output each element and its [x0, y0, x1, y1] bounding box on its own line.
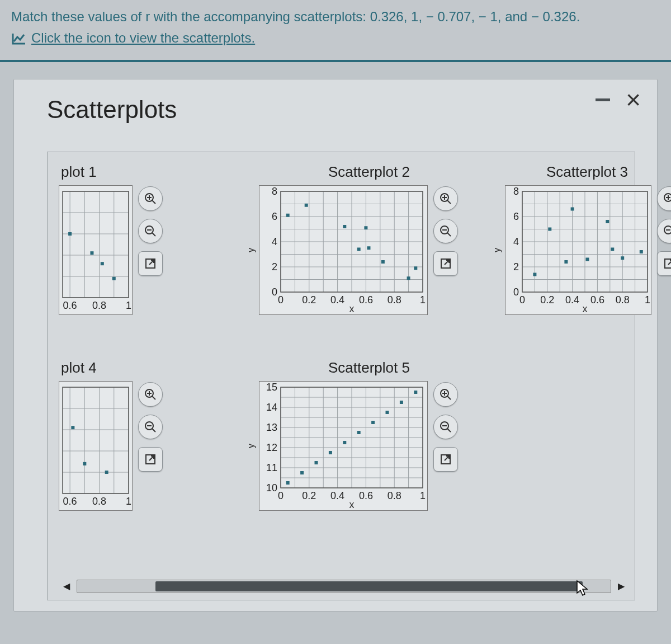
scroll-right-arrow[interactable]: ▶	[613, 579, 629, 594]
plot-1-chart: 0.60.81	[59, 185, 133, 315]
zoom-out-button[interactable]	[138, 415, 163, 439]
svg-line-151	[152, 429, 155, 432]
svg-line-25	[152, 233, 155, 236]
zoom-in-button[interactable]	[138, 382, 163, 407]
zoom-in-button[interactable]	[433, 186, 458, 211]
chart-line-icon	[11, 32, 27, 45]
zoom-in-button[interactable]	[657, 186, 671, 211]
plot-2-title: Scatterplot 2	[249, 163, 489, 181]
scatterplots-modal: Scatterplots × plot 1 0.60.81	[13, 79, 658, 612]
view-scatterplots-label: Click the icon to view the scatterplots.	[31, 29, 255, 47]
svg-rect-114	[571, 207, 574, 210]
svg-rect-118	[621, 256, 624, 260]
svg-rect-139	[63, 387, 129, 493]
svg-rect-16	[68, 232, 72, 236]
plot-4-title: plot 4	[59, 359, 243, 377]
popout-button[interactable]	[138, 447, 163, 472]
svg-text:0.4: 0.4	[330, 490, 344, 501]
svg-text:0: 0	[519, 294, 525, 305]
svg-rect-195	[357, 431, 361, 434]
popout-button[interactable]	[657, 251, 671, 276]
svg-text:6: 6	[272, 211, 277, 222]
svg-rect-197	[386, 411, 389, 414]
svg-text:4: 4	[513, 236, 519, 247]
zoom-out-button[interactable]	[657, 219, 671, 243]
svg-rect-19	[112, 277, 116, 280]
svg-rect-145	[105, 471, 108, 474]
svg-rect-144	[83, 462, 86, 466]
svg-rect-61	[286, 214, 290, 217]
svg-text:14: 14	[266, 402, 277, 413]
zoom-out-button[interactable]	[433, 415, 458, 439]
svg-text:0.2: 0.2	[540, 294, 554, 305]
plot-2-ylabel: y	[249, 247, 256, 252]
minimize-button[interactable]	[596, 98, 610, 101]
svg-rect-18	[101, 262, 104, 265]
plot-4-cell: plot 4 0.60.81	[59, 359, 243, 555]
svg-text:13: 13	[266, 422, 277, 433]
view-scatterplots-link[interactable]: Click the icon to view the scatterplots.	[11, 29, 255, 47]
svg-rect-198	[400, 401, 403, 404]
svg-rect-111	[533, 272, 536, 276]
svg-rect-62	[305, 204, 308, 207]
svg-text:0.6: 0.6	[359, 294, 373, 305]
svg-text:2: 2	[513, 261, 519, 272]
svg-rect-192	[315, 461, 318, 464]
svg-text:x: x	[583, 303, 588, 314]
plot-5-chart: 00.20.40.60.81101112131415x	[259, 381, 428, 511]
svg-rect-194	[343, 441, 346, 444]
svg-text:0.6: 0.6	[359, 490, 373, 501]
scroll-thumb[interactable]	[155, 581, 583, 591]
svg-text:0: 0	[513, 286, 519, 298]
svg-rect-199	[414, 391, 417, 394]
svg-rect-196	[371, 421, 375, 424]
svg-rect-63	[343, 225, 346, 228]
svg-text:0.8: 0.8	[616, 294, 630, 305]
svg-rect-17	[90, 251, 93, 255]
popout-button[interactable]	[433, 251, 458, 276]
svg-text:4: 4	[272, 236, 277, 247]
plot-3-chart: 00.20.40.60.8102468x	[505, 185, 651, 315]
svg-rect-115	[585, 257, 589, 261]
zoom-out-button[interactable]	[433, 219, 458, 243]
svg-text:15: 15	[266, 382, 277, 393]
plot-5-ylabel: y	[249, 443, 256, 448]
plot-2-cell: Scatterplot 2 y 00.20.40.60.8102468x	[249, 163, 489, 359]
horizontal-scrollbar[interactable]: ◀ ▶	[59, 579, 629, 594]
svg-text:1: 1	[126, 300, 131, 311]
svg-text:8: 8	[513, 186, 519, 197]
plot-4-chart: 0.60.81	[59, 381, 133, 511]
close-button[interactable]: ×	[626, 93, 641, 106]
svg-text:1: 1	[645, 294, 650, 305]
svg-text:0.2: 0.2	[302, 294, 316, 305]
plot-3-cell: Scatterplot 3 y 00.20.40.60.8102468x	[495, 163, 671, 359]
svg-text:0.4: 0.4	[330, 294, 344, 305]
plot-3-ylabel: y	[495, 247, 502, 252]
svg-text:0.6: 0.6	[63, 300, 77, 311]
svg-text:11: 11	[266, 462, 277, 473]
popout-button[interactable]	[433, 447, 458, 472]
question-bar: Match these values of r with the accompa…	[0, 0, 671, 62]
svg-text:0.8: 0.8	[92, 300, 106, 311]
plot-2-chart: 00.20.40.60.8102468x	[259, 185, 428, 315]
scroll-left-arrow[interactable]: ◀	[59, 579, 74, 594]
zoom-in-button[interactable]	[138, 186, 163, 211]
svg-rect-117	[611, 247, 614, 251]
plot-3-title: Scatterplot 3	[495, 163, 671, 181]
svg-line-21	[152, 200, 155, 204]
svg-rect-191	[300, 471, 304, 474]
svg-rect-116	[606, 220, 609, 223]
modal-title: Scatterplots	[47, 96, 177, 124]
svg-rect-112	[548, 227, 551, 231]
svg-text:0.2: 0.2	[302, 490, 316, 501]
svg-text:0: 0	[278, 294, 283, 305]
zoom-in-button[interactable]	[433, 382, 458, 407]
scroll-track[interactable]	[77, 580, 611, 593]
zoom-out-button[interactable]	[138, 219, 163, 243]
svg-text:0.8: 0.8	[388, 294, 401, 305]
svg-text:0.4: 0.4	[565, 294, 579, 305]
popout-button[interactable]	[138, 251, 163, 276]
plot-1-cell: plot 1 0.60.81	[59, 163, 243, 359]
svg-text:0.8: 0.8	[92, 496, 106, 507]
svg-rect-65	[364, 226, 367, 229]
